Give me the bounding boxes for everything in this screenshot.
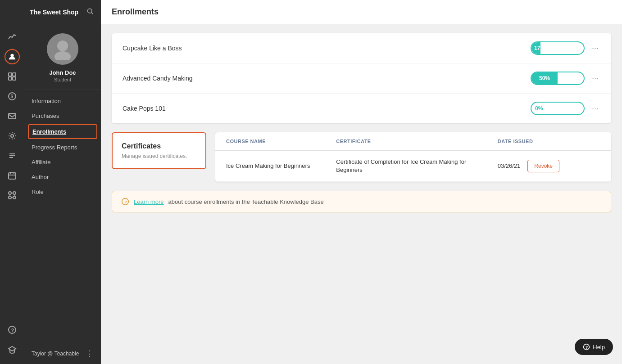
- certificates-sidebar-card[interactable]: Certificates Manage issued certificates.: [112, 132, 206, 169]
- svg-point-16: [9, 192, 11, 194]
- col-certificate: CERTIFICATE: [336, 139, 490, 144]
- sidebar: The Sweet Shop John Doe Student Informat…: [24, 0, 101, 364]
- progress-label-3: 0%: [531, 105, 543, 112]
- info-circle-icon: ?: [121, 198, 129, 206]
- avatar: [47, 33, 78, 65]
- email-icon[interactable]: [0, 106, 24, 126]
- nav-item-affiliate[interactable]: Affiliate: [24, 155, 101, 170]
- certificates-desc: Manage issued certificates.: [122, 153, 196, 159]
- enrollments-card: Cupcake Like a Boss 17 ··· Advanced Cand…: [112, 33, 611, 123]
- cert-table-row-1: Ice Cream Making for Beginners Certifica…: [215, 151, 611, 182]
- users-icon[interactable]: [0, 47, 24, 67]
- cert-date-1: 03/26/21: [498, 162, 521, 170]
- learn-more-text: about course enrollments in the Teachabl…: [168, 198, 323, 205]
- main-content: Enrollments Cupcake Like a Boss 17 ··· A…: [101, 0, 622, 364]
- svg-rect-4: [13, 77, 16, 80]
- svg-rect-3: [9, 77, 12, 80]
- col-course-name: COURSE NAME: [226, 139, 329, 144]
- svg-point-19: [13, 196, 16, 199]
- svg-point-29: [57, 40, 68, 51]
- progress-label-2: 50%: [539, 75, 550, 81]
- revenue-icon[interactable]: $: [0, 86, 24, 106]
- analytics-icon[interactable]: [0, 27, 24, 47]
- progress-toggle-2[interactable]: 50%: [531, 72, 585, 85]
- graduation-icon[interactable]: [0, 340, 24, 360]
- nav-item-author[interactable]: Author: [24, 170, 101, 184]
- certificates-table-card: COURSE NAME CERTIFICATE DATE ISSUED Ice …: [215, 132, 611, 182]
- user-name: John Doe: [49, 69, 76, 76]
- user-role: Student: [54, 77, 71, 82]
- sidebar-header: The Sweet Shop: [24, 0, 101, 24]
- progress-container-3: 0% ···: [531, 102, 600, 115]
- nav-item-information[interactable]: Information: [24, 94, 101, 108]
- certificates-section: Certificates Manage issued certificates.…: [112, 132, 611, 182]
- progress-fill-2: 50%: [531, 72, 558, 84]
- nav-item-progress-reports[interactable]: Progress Reports: [24, 140, 101, 155]
- svg-rect-1: [9, 73, 12, 76]
- course-name-3: Cake Pops 101: [123, 105, 531, 112]
- enrollment-row-1: Cupcake Like a Boss 17 ···: [112, 33, 611, 63]
- svg-rect-12: [9, 173, 16, 179]
- revoke-button-1[interactable]: Revoke: [527, 160, 559, 172]
- svg-rect-2: [13, 73, 16, 76]
- svg-text:$: $: [11, 94, 14, 99]
- sidebar-footer: Taylor @ Teachable ⋮: [24, 343, 101, 364]
- settings-icon[interactable]: [0, 126, 24, 146]
- help-button[interactable]: ? Help: [575, 339, 613, 355]
- svg-text:?: ?: [586, 345, 588, 350]
- integrations-icon[interactable]: [0, 185, 24, 205]
- more-options-2[interactable]: ···: [590, 74, 600, 83]
- svg-point-0: [10, 54, 14, 57]
- courses-icon[interactable]: [0, 146, 24, 166]
- svg-text:?: ?: [11, 328, 14, 333]
- user-section: John Doe Student: [24, 24, 101, 90]
- svg-line-28: [91, 12, 93, 14]
- svg-point-17: [13, 192, 16, 194]
- progress-toggle-1[interactable]: 17: [531, 41, 585, 55]
- calendar-icon[interactable]: [0, 166, 24, 185]
- learn-more-banner: ? Learn more about course enrollments in…: [112, 191, 611, 212]
- content-area: Cupcake Like a Boss 17 ··· Advanced Cand…: [101, 24, 622, 221]
- search-icon[interactable]: [86, 8, 95, 17]
- icon-rail: $: [0, 0, 24, 364]
- rail-bottom: ?: [0, 320, 24, 364]
- page-title: Enrollments: [101, 0, 622, 24]
- certificates-title: Certificates: [122, 142, 196, 150]
- nav-menu: Information Purchases Enrollments Progre…: [24, 90, 101, 203]
- brand-icon-area: [0, 0, 24, 24]
- nav-item-role[interactable]: Role: [24, 184, 101, 199]
- brand-name: The Sweet Shop: [30, 9, 78, 16]
- svg-point-18: [9, 196, 11, 199]
- footer-more-icon[interactable]: ⋮: [86, 349, 94, 359]
- cert-table-header: COURSE NAME CERTIFICATE DATE ISSUED: [215, 132, 611, 151]
- help-button-icon: ?: [583, 343, 590, 351]
- cert-certificate-1: Certificate of Completion for Ice Cream …: [336, 158, 490, 174]
- svg-point-8: [11, 135, 14, 137]
- svg-rect-7: [9, 113, 16, 119]
- progress-toggle-3[interactable]: 0%: [531, 102, 585, 115]
- enrollment-row-3: Cake Pops 101 0% ···: [112, 94, 611, 123]
- help-button-label: Help: [593, 344, 605, 351]
- svg-point-30: [54, 51, 71, 60]
- nav-item-purchases[interactable]: Purchases: [24, 108, 101, 123]
- svg-point-27: [87, 9, 92, 13]
- footer-user: Taylor @ Teachable: [32, 351, 79, 357]
- course-name-2: Advanced Candy Making: [123, 75, 531, 82]
- cert-course-name-1: Ice Cream Making for Beginners: [226, 162, 329, 170]
- active-indicator: [5, 49, 20, 64]
- more-options-1[interactable]: ···: [590, 44, 600, 53]
- nav-item-enrollments[interactable]: Enrollments: [28, 124, 97, 139]
- help-circle-icon[interactable]: ?: [0, 320, 24, 340]
- enrollment-row-2: Advanced Candy Making 50% ···: [112, 63, 611, 94]
- learn-more-link[interactable]: Learn more: [134, 198, 163, 205]
- svg-text:?: ?: [124, 200, 127, 204]
- dashboard-icon[interactable]: [0, 67, 24, 86]
- progress-label-1: 17: [534, 45, 540, 51]
- more-options-3[interactable]: ···: [590, 104, 600, 113]
- progress-container-1: 17 ···: [531, 41, 600, 55]
- progress-fill-1: 17: [531, 42, 540, 54]
- progress-container-2: 50% ···: [531, 72, 600, 85]
- course-name-1: Cupcake Like a Boss: [123, 45, 531, 52]
- col-date-issued: DATE ISSUED: [498, 139, 600, 144]
